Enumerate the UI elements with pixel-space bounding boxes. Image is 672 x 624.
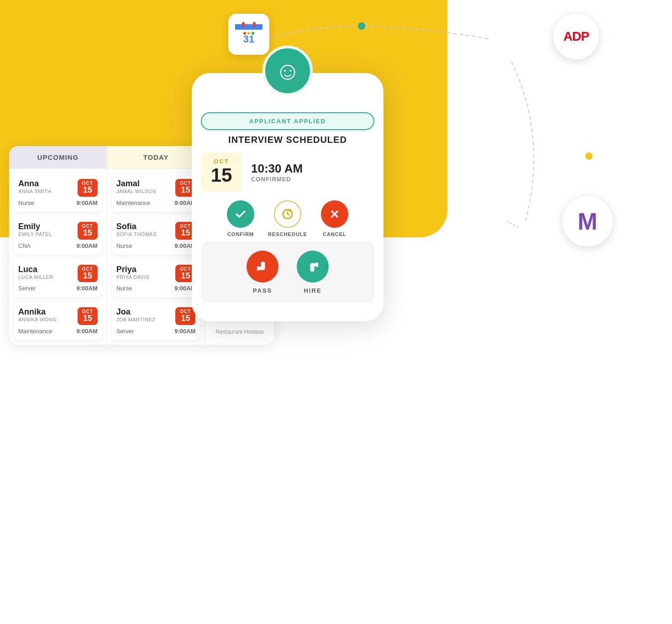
action-row: CONFIRM RESCHEDULE CANCEL [201,200,374,237]
date-badge: OCT 15 [78,179,98,197]
confirm-icon [227,200,254,228]
adp-icon: ADP [553,14,599,59]
svg-rect-17 [316,262,318,267]
avatar: ☺ [262,46,313,96]
hire-button[interactable]: HIRE [297,251,329,294]
today-column: TODAY Jamal JAMAL WILSON OCT 15 Maintena… [107,146,205,345]
svg-rect-10 [242,22,245,27]
m-label: M [578,208,597,235]
adp-label: ADP [563,29,589,44]
svg-point-12 [243,32,246,35]
svg-line-4 [507,221,518,227]
applicant-applied-badge: APPLICANT APPLIED [201,112,374,130]
list-item[interactable]: Emily EMILY PATEL OCT 15 CNA 9:00AM [14,216,102,255]
third-col-role: Restaurant Hostess [205,324,274,340]
svg-point-13 [247,32,250,35]
time-info: 10:30 AM CONFIRMED [251,162,303,183]
svg-rect-11 [253,22,256,27]
date-badge: OCT 15 [78,307,98,325]
list-item[interactable]: Jamal JAMAL WILSON OCT 15 Maintenance 9:… [112,173,200,212]
interview-scheduled-label: INTERVIEW SCHEDULED [201,135,374,145]
interview-date-card: OCT 15 [201,152,242,191]
list-item[interactable]: Priya PRIYA DAVIS OCT 15 Nurse 9:00AM [112,259,200,298]
reschedule-icon [274,200,301,228]
pass-hire-section: PASS HIRE [201,241,374,303]
upcoming-column: UPCOMING Anna ANNA SMITH OCT 15 Nurse 9:… [9,146,107,345]
m-icon: M [562,196,613,246]
phone-mockup: ☺ APPLICANT APPLIED INTERVIEW SCHEDULED … [192,73,383,321]
svg-point-14 [252,32,254,35]
confirm-button[interactable]: CONFIRM [227,200,254,237]
list-item[interactable]: Joa JOA MARTINEZ OCT 15 Server 9:00AM [112,302,200,340]
svg-rect-8 [235,24,262,27]
today-header: TODAY [107,146,205,169]
upcoming-header: UPCOMING [9,146,107,169]
date-badge: OCT 15 [78,222,98,240]
svg-rect-16 [257,266,259,271]
list-item[interactable]: Anna ANNA SMITH OCT 15 Nurse 9:00AM [14,173,102,212]
reschedule-button[interactable]: RESCHEDULE [268,200,307,237]
pass-icon [247,251,278,283]
datetime-row: OCT 15 10:30 AM CONFIRMED [201,152,374,191]
pass-button[interactable]: PASS [247,251,278,294]
avatar-icon: ☺ [275,58,300,84]
svg-text:31: 31 [243,33,254,45]
google-calendar-icon: 31 [228,14,269,55]
hire-icon [297,251,329,283]
list-item[interactable]: Sofia SOFIA THOMAS OCT 15 Nurse 9:00AM [112,216,200,255]
cancel-icon [321,200,348,228]
date-badge: OCT 15 [175,307,195,325]
svg-point-2 [585,152,593,160]
cancel-button[interactable]: CANCEL [321,200,348,237]
list-item[interactable]: Annika ANNIKA WONG OCT 15 Maintenance 9:… [14,302,102,340]
date-badge: OCT 15 [78,265,98,283]
list-item[interactable]: Luca LUCA MILLER OCT 15 Server 9:00AM [14,259,102,298]
